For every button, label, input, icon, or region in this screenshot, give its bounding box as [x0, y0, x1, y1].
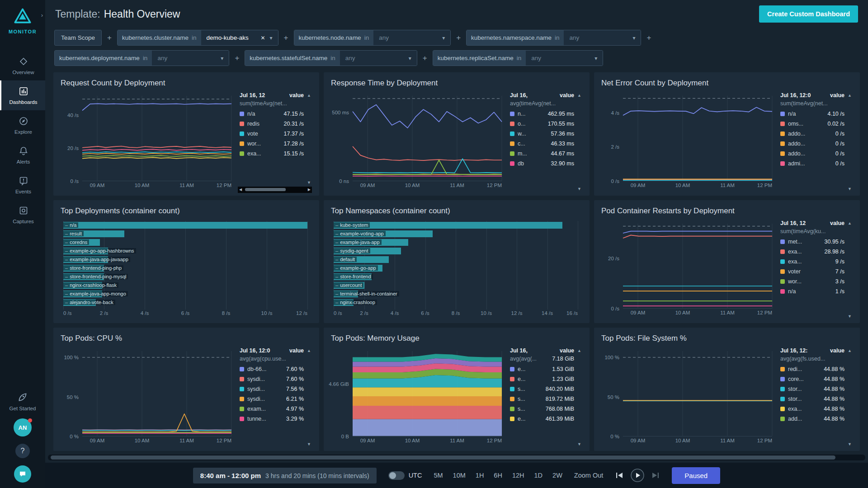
- legend-scroll-up-icon[interactable]: ▲: [307, 93, 311, 98]
- time-range-selector[interactable]: 8:40 am - 12:00 pm 3 hrs and 20 mins (10…: [193, 468, 377, 483]
- legend-row[interactable]: redi...44.88 %: [780, 364, 852, 374]
- sidebar-item-overview[interactable]: Overview: [0, 51, 45, 80]
- support-chat-button[interactable]: [14, 465, 31, 483]
- legend-row[interactable]: voter7 /s: [780, 267, 852, 277]
- chevron-down-icon[interactable]: ▾: [409, 55, 411, 61]
- legend-row[interactable]: s...768.08 MiB: [510, 404, 581, 414]
- legend-scroll-down-icon[interactable]: ▼: [848, 187, 852, 191]
- legend-row[interactable]: n/a4.10 /s: [780, 109, 852, 119]
- sidebar-item-captures[interactable]: Captures: [0, 200, 45, 230]
- sidebar-item-get-started[interactable]: Get Started: [9, 391, 36, 411]
- filter-namespace-name[interactable]: kubernetes.namespace.namein any▾: [466, 30, 641, 46]
- bar-row[interactable]: default: [334, 256, 578, 263]
- legend-scroll-down-icon[interactable]: ▼: [577, 187, 581, 191]
- chevron-down-icon[interactable]: ▾: [270, 35, 273, 41]
- time-preset-button[interactable]: 6H: [494, 472, 502, 479]
- legend-row[interactable]: sysdi...7.60 %: [240, 374, 311, 384]
- bar-chart[interactable]: kube-systemexample-voting-appexample-jav…: [331, 219, 582, 321]
- filter-node-name[interactable]: kubernetes.node.namein any▾: [294, 30, 451, 46]
- skip-back-button[interactable]: [615, 471, 624, 480]
- filter-replicaset-name[interactable]: kubernetes.replicaSet.namein any▾: [433, 50, 604, 66]
- legend-row[interactable]: e...1.23 GiB: [510, 374, 581, 384]
- sidebar-item-dashboards[interactable]: Dashboards: [0, 80, 45, 110]
- bar-row[interactable]: example-go-app: [334, 265, 578, 272]
- clear-filter-icon[interactable]: ✕: [261, 35, 265, 41]
- team-scope-chip[interactable]: Team Scope: [54, 30, 102, 46]
- legend-row[interactable]: addo...0 /s: [780, 139, 852, 149]
- filter-cluster-name[interactable]: kubernetes.cluster.namein demo-kube-aks✕…: [117, 30, 278, 46]
- legend-row[interactable]: wor...17.28 /s: [240, 139, 311, 149]
- legend-row[interactable]: addo...0 /s: [780, 149, 852, 159]
- bar-row[interactable]: example-go-app-hashbrowns: [63, 248, 307, 254]
- legend-row[interactable]: e...461.39 MiB: [510, 414, 581, 424]
- bar-row[interactable]: example-java-app: [334, 239, 578, 246]
- chevron-down-icon[interactable]: ▾: [221, 55, 223, 61]
- scroll-right-icon[interactable]: ▶: [308, 188, 311, 192]
- bar-row[interactable]: kube-system: [334, 222, 578, 229]
- legend-row[interactable]: db32.90 ms: [510, 159, 581, 169]
- legend-row[interactable]: o...170.55 ms: [510, 119, 581, 129]
- legend-scroll-up-icon[interactable]: ▲: [577, 93, 581, 98]
- legend-row[interactable]: tunne...3.29 %: [240, 414, 311, 424]
- chart-plot[interactable]: 09 AM10 AM11 AM12 PM: [623, 224, 772, 309]
- bar-row[interactable]: alejandro-vote-back: [63, 299, 307, 306]
- bar-row[interactable]: n/a: [63, 222, 307, 229]
- legend-row[interactable]: exa...15.15 /s: [240, 149, 311, 159]
- bar-row[interactable]: store-frontend: [334, 273, 578, 280]
- time-preset-button[interactable]: 12H: [512, 472, 524, 479]
- legend-scroll-down-icon[interactable]: ▼: [307, 442, 311, 446]
- legend-scroll-up-icon[interactable]: ▲: [307, 348, 311, 353]
- bar-row[interactable]: example-voting-app: [334, 230, 578, 237]
- legend-row[interactable]: stor...44.88 %: [780, 384, 852, 394]
- add-filter-icon[interactable]: +: [423, 54, 427, 63]
- chart-plot[interactable]: 09 AM10 AM11 AM12 PM: [82, 96, 231, 181]
- bar-row[interactable]: nginx-crashloop: [334, 299, 578, 306]
- help-button[interactable]: ?: [15, 444, 30, 458]
- legend-row[interactable]: n...462.95 ms: [510, 109, 581, 119]
- time-preset-button[interactable]: 2W: [552, 472, 562, 479]
- bar-row[interactable]: usercount: [334, 282, 578, 289]
- page-horizontal-scrollbar[interactable]: [48, 455, 865, 460]
- legend-scroll-down-icon[interactable]: ▼: [848, 314, 852, 319]
- scroll-left-icon[interactable]: ◀: [239, 188, 242, 192]
- skip-forward-button[interactable]: [651, 471, 660, 480]
- legend-row[interactable]: core...44.88 %: [780, 374, 852, 384]
- utc-toggle[interactable]: UTC: [388, 471, 422, 480]
- legend-scroll-down-icon[interactable]: ▼: [848, 442, 852, 446]
- bar-row[interactable]: store-frontend-ping-mysql: [63, 273, 307, 280]
- play-button[interactable]: [630, 468, 645, 483]
- legend-row[interactable]: exa...28.98 /s: [780, 247, 852, 257]
- time-preset-button[interactable]: 5M: [434, 472, 443, 479]
- legend-row[interactable]: admi...0 /s: [780, 159, 852, 169]
- bar-row[interactable]: example-java-app-mongo: [63, 291, 307, 297]
- legend-row[interactable]: add...44.88 %: [780, 414, 852, 424]
- scrollbar-thumb[interactable]: [51, 455, 835, 460]
- add-filter-icon[interactable]: +: [284, 33, 288, 42]
- chart-plot[interactable]: 09 AM10 AM11 AM12 PM: [623, 351, 772, 436]
- legend-row[interactable]: stor...44.88 %: [780, 394, 852, 404]
- legend-scroll-up-icon[interactable]: ▲: [848, 348, 852, 353]
- legend-row[interactable]: c...46.33 ms: [510, 139, 581, 149]
- legend-row[interactable]: sysdi...6.21 %: [240, 394, 311, 404]
- create-custom-dashboard-button[interactable]: Create Custom Dashboard: [759, 5, 858, 23]
- sidebar-item-events[interactable]: Events: [0, 170, 45, 200]
- legend-row[interactable]: exa...44.88 %: [780, 404, 852, 414]
- legend-row[interactable]: s...840.20 MiB: [510, 384, 581, 394]
- legend-scroll-up-icon[interactable]: ▲: [577, 348, 581, 353]
- legend-row[interactable]: exa...9 /s: [780, 257, 852, 267]
- sidebar-item-explore[interactable]: Explore: [0, 110, 45, 140]
- legend-row[interactable]: w...57.36 ms: [510, 129, 581, 139]
- legend-scroll-up-icon[interactable]: ▲: [848, 221, 852, 225]
- user-avatar[interactable]: AN: [14, 418, 32, 436]
- bar-row[interactable]: nginx-crashloop-flask: [63, 282, 307, 289]
- zoom-out-button[interactable]: Zoom Out: [574, 472, 603, 479]
- legend-scroll-down-icon[interactable]: ▼: [307, 180, 311, 185]
- legend-row[interactable]: addo...0 /s: [780, 129, 852, 139]
- chart-plot[interactable]: 09 AM10 AM11 AM12 PM: [353, 96, 502, 181]
- legend-scroll-down-icon[interactable]: ▼: [577, 442, 581, 446]
- bar-row[interactable]: coredns: [63, 239, 307, 246]
- toggle-switch[interactable]: [388, 471, 405, 480]
- scrollbar-thumb[interactable]: [245, 188, 286, 191]
- legend-row[interactable]: redis20.31 /s: [240, 119, 311, 129]
- sidebar-item-alerts[interactable]: Alerts: [0, 140, 45, 170]
